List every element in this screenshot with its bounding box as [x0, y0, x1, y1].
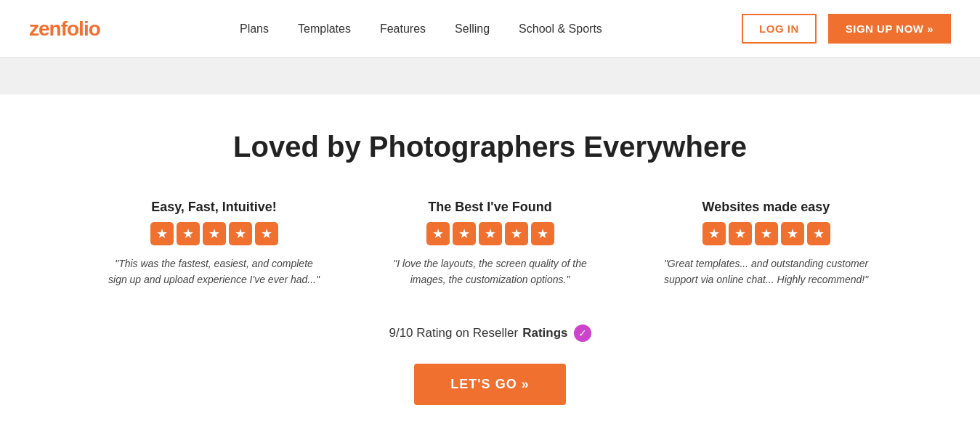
- star-3-3: ★: [755, 222, 778, 245]
- rating-line: 9/10 Rating on ResellerRatings ✓: [29, 324, 951, 342]
- star-3-1: ★: [702, 222, 726, 245]
- star-2-1: ★: [426, 222, 450, 245]
- star-1-4: ★: [229, 222, 252, 245]
- rating-text-bold: Ratings: [522, 326, 567, 340]
- star-3-2: ★: [729, 222, 752, 245]
- header-buttons: LOG IN SIGN UP NOW »: [742, 14, 951, 44]
- star-1-1: ★: [150, 222, 174, 245]
- header: zenfolio Plans Templates Features Sellin…: [0, 0, 980, 58]
- star-2-3: ★: [479, 222, 502, 245]
- nav-school-sports[interactable]: School & Sports: [519, 23, 602, 36]
- rating-text-prefix: 9/10 Rating on Reseller: [389, 326, 518, 340]
- review-title-3: Websites made easy: [657, 200, 875, 215]
- nav-plans[interactable]: Plans: [240, 23, 269, 36]
- main-nav: Plans Templates Features Selling School …: [240, 23, 602, 36]
- star-2-4: ★: [505, 222, 528, 245]
- star-3-4: ★: [781, 222, 804, 245]
- review-title-1: Easy, Fast, Intuitive!: [105, 200, 323, 215]
- star-2-2: ★: [453, 222, 476, 245]
- stars-1: ★ ★ ★ ★ ★: [105, 222, 323, 245]
- login-button[interactable]: LOG IN: [742, 14, 817, 44]
- stars-3: ★ ★ ★ ★ ★: [657, 222, 875, 245]
- review-text-3: "Great templates... and outstanding cust…: [657, 256, 875, 288]
- star-1-2: ★: [177, 222, 200, 245]
- review-card-2: The Best I've Found ★ ★ ★ ★ ★ "I love th…: [381, 200, 599, 288]
- review-text-1: "This was the fastest, easiest, and comp…: [105, 256, 323, 288]
- main-title: Loved by Photographers Everywhere: [29, 131, 951, 163]
- star-3-5: ★: [807, 222, 830, 245]
- review-title-2: The Best I've Found: [381, 200, 599, 215]
- review-card-3: Websites made easy ★ ★ ★ ★ ★ "Great temp…: [657, 200, 875, 288]
- gray-banner: [0, 58, 980, 94]
- stars-2: ★ ★ ★ ★ ★: [381, 222, 599, 245]
- signup-button[interactable]: SIGN UP NOW »: [828, 14, 951, 44]
- review-card-1: Easy, Fast, Intuitive! ★ ★ ★ ★ ★ "This w…: [105, 200, 323, 288]
- nav-templates[interactable]: Templates: [298, 23, 351, 36]
- reviews-row: Easy, Fast, Intuitive! ★ ★ ★ ★ ★ "This w…: [29, 200, 951, 288]
- star-1-3: ★: [203, 222, 226, 245]
- nav-features[interactable]: Features: [380, 23, 426, 36]
- star-2-5: ★: [531, 222, 554, 245]
- logo[interactable]: zenfolio: [29, 17, 100, 41]
- nav-selling[interactable]: Selling: [455, 23, 490, 36]
- review-text-2: "I love the layouts, the screen quality …: [381, 256, 599, 288]
- star-1-5: ★: [255, 222, 278, 245]
- main-content: Loved by Photographers Everywhere Easy, …: [0, 94, 980, 429]
- reseller-badge-icon: ✓: [574, 324, 591, 342]
- cta-button[interactable]: LET'S GO »: [414, 364, 565, 405]
